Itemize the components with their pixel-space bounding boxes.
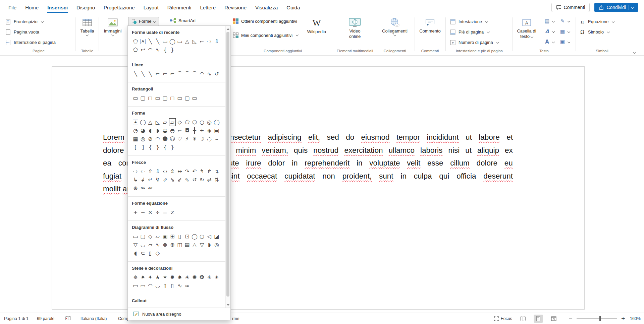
scroll-down-icon[interactable] [227, 304, 229, 306]
shape-item[interactable]: ▭ [176, 37, 183, 46]
shape-item[interactable]: ◫ [176, 241, 183, 249]
shape-item[interactable]: } [169, 46, 176, 54]
blank-page-button[interactable]: Pagina vuota [3, 27, 74, 37]
shape-item[interactable]: ◺ [154, 118, 161, 126]
shape-item[interactable]: ▯ [161, 281, 169, 290]
shape-item[interactable]: ◈ [206, 126, 213, 135]
shape-item[interactable]: } [169, 143, 176, 151]
shape-item[interactable]: ⌒ [183, 70, 191, 78]
shape-item[interactable]: ▯ [176, 232, 183, 241]
shape-item[interactable]: } [154, 143, 161, 151]
shape-item[interactable]: ↻ [198, 176, 206, 184]
text-tool-button[interactable]: ▦ [558, 26, 574, 37]
text-tool-button[interactable]: A [543, 26, 558, 37]
shape-item[interactable]: ↺ [191, 176, 198, 184]
frontespizio-button[interactable]: Frontespizio [3, 16, 74, 27]
shape-item[interactable]: △ [183, 37, 191, 46]
shape-item[interactable]: ↲ [139, 176, 147, 184]
shape-item[interactable]: ▭ [176, 94, 183, 102]
shape-item[interactable]: ✹ [169, 273, 176, 281]
shape-item[interactable]: ↫ [147, 184, 154, 192]
chevron-down-icon[interactable] [631, 6, 634, 9]
language-status[interactable]: Italiano (Italia) [80, 313, 107, 324]
shape-item[interactable]: ◌ [206, 135, 213, 143]
focus-mode-button[interactable]: Focus [494, 316, 512, 321]
shape-item[interactable]: ✺ [191, 273, 198, 281]
shape-item[interactable]: ◒ [161, 126, 169, 135]
shape-item[interactable]: ↯ [154, 176, 161, 184]
shape-item[interactable]: ▱ [161, 118, 169, 126]
smartart-button[interactable]: SmartArt [170, 18, 196, 23]
menu-tab[interactable]: Guida [282, 1, 304, 14]
shape-item[interactable]: ◘ [183, 126, 191, 135]
shape-item[interactable]: ▦ [132, 135, 139, 143]
read-mode-button[interactable] [518, 315, 528, 323]
shape-item[interactable]: ╲ [139, 70, 147, 78]
shape-item[interactable]: ◇ [176, 118, 183, 126]
shape-item[interactable]: ◠ [147, 281, 154, 290]
shape-item[interactable]: ↺ [213, 70, 220, 78]
shape-item[interactable]: ◻ [147, 94, 154, 102]
shape-item[interactable]: ◯ [169, 37, 176, 46]
shape-item[interactable]: ⌒ [176, 70, 183, 78]
shape-item[interactable]: ⌐ [169, 70, 176, 78]
shape-item[interactable]: ✷ [139, 273, 147, 281]
shape-item[interactable]: ≠ [169, 208, 176, 216]
shape-item[interactable]: × [147, 208, 154, 216]
shape-item[interactable]: ÷ [154, 208, 161, 216]
menu-tab[interactable]: Layout [139, 1, 163, 14]
shape-item[interactable]: ✵ [132, 273, 139, 281]
shape-item[interactable]: ⌣ [213, 135, 220, 143]
zoom-slider-thumb[interactable] [599, 316, 601, 321]
share-button[interactable]: Condividi [594, 3, 638, 12]
shape-item[interactable]: ⌐ [176, 126, 183, 135]
shape-item[interactable]: ╋ [191, 126, 198, 135]
shape-item[interactable]: ◎ [206, 118, 213, 126]
shape-item[interactable]: ⇕ [169, 167, 176, 176]
zoom-slider[interactable] [577, 318, 617, 319]
shape-item[interactable]: ◎ [139, 135, 147, 143]
symbol-button[interactable]: Ω Simbolo [577, 27, 627, 37]
shape-item[interactable]: ☽ [198, 135, 206, 143]
shape-item[interactable]: ◕ [139, 126, 147, 135]
scrollbar-thumb[interactable] [226, 32, 229, 297]
shape-item[interactable]: ◎ [213, 241, 220, 249]
menu-tab[interactable]: Home [21, 1, 43, 14]
shape-item[interactable]: ∿ [206, 70, 213, 78]
shape-item[interactable]: ▣ [213, 126, 220, 135]
shape-item[interactable]: ▭ [132, 94, 139, 102]
online-video-button[interactable]: Video online [336, 15, 374, 39]
menu-tab[interactable]: Disegno [72, 1, 99, 14]
shape-item[interactable]: ◺ [191, 37, 198, 46]
shape-item[interactable]: ✶ [161, 273, 169, 281]
shape-item[interactable]: ⇔ [161, 167, 169, 176]
shape-item[interactable]: ⊕ [169, 241, 176, 249]
zoom-in-button[interactable]: + [620, 316, 627, 322]
shape-item[interactable]: ▤ [183, 241, 191, 249]
shape-item[interactable]: ◗ [206, 241, 213, 249]
menu-tab[interactable]: File [4, 1, 21, 14]
wikipedia-button[interactable]: W Wikipedia [303, 15, 330, 34]
word-count[interactable]: 69 parole [37, 313, 54, 324]
print-layout-button[interactable] [534, 315, 543, 323]
shape-item[interactable]: ◇ [147, 232, 154, 241]
shape-item[interactable]: ⌐ [154, 70, 161, 78]
shape-item[interactable]: ◯ [139, 118, 147, 126]
page-break-button[interactable]: Interruzione di pagina [3, 37, 74, 48]
shape-item[interactable]: ↔ [176, 167, 183, 176]
shape-item[interactable]: ↴ [213, 167, 220, 176]
shape-item[interactable]: ↵ [147, 176, 154, 184]
shape-item[interactable]: ▽ [198, 241, 206, 249]
shape-item[interactable]: { [161, 46, 169, 54]
shape-item[interactable]: ⚡ [183, 135, 191, 143]
shape-item[interactable]: ◠ [198, 70, 206, 78]
my-addins-button[interactable]: Miei componenti aggiuntivi [233, 32, 298, 38]
text-box-button[interactable]: A Casella di testo [514, 15, 539, 39]
shape-item[interactable]: ↶ [191, 167, 198, 176]
shape-item[interactable]: ◪ [213, 232, 220, 241]
shape-item[interactable]: ⌒ [191, 70, 198, 78]
shape-item[interactable]: ▱ [147, 241, 154, 249]
shape-item[interactable]: − [139, 208, 147, 216]
shape-item[interactable]: ▣ [161, 232, 169, 241]
shape-item[interactable]: ◖ [147, 126, 154, 135]
